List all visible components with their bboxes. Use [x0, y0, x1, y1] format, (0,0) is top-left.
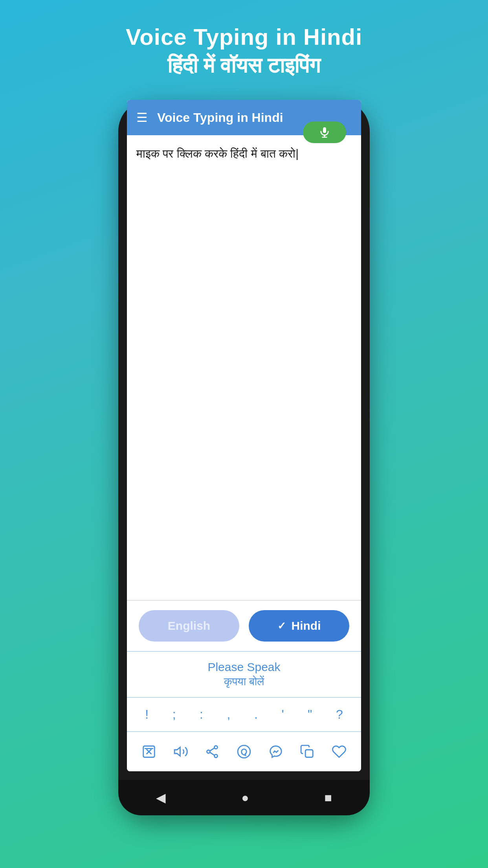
svg-rect-0 — [323, 127, 326, 133]
messenger-button[interactable] — [264, 740, 288, 763]
page-title-hindi: हिंदी में वॉयस टाइपिंग — [126, 53, 362, 78]
punct-quote[interactable]: " — [305, 706, 315, 723]
phone-screen: ☰ Voice Typing in Hindi माइक पर क्लिक कर… — [127, 100, 361, 771]
checkmark-icon: ✓ — [277, 620, 286, 632]
whatsapp-button[interactable] — [232, 740, 256, 763]
copy-icon — [300, 744, 315, 759]
favorite-button[interactable] — [327, 740, 351, 763]
svg-point-10 — [215, 754, 218, 758]
english-button[interactable]: English — [139, 610, 239, 642]
mic-button[interactable] — [303, 121, 346, 143]
svg-point-13 — [238, 745, 250, 758]
please-speak-english: Please Speak — [133, 660, 355, 674]
bottom-navigation: ◀ ● ■ — [118, 780, 370, 815]
heart-icon — [332, 744, 347, 759]
volume-button[interactable] — [169, 740, 193, 763]
typed-text: माइक पर क्लिक करके हिंदी में बात करो| — [136, 147, 299, 160]
volume-icon — [173, 744, 188, 759]
phone-shell: ☰ Voice Typing in Hindi माइक पर क्लिक कर… — [118, 100, 370, 815]
hindi-button[interactable]: ✓ Hindi — [249, 610, 349, 642]
punct-colon[interactable]: : — [196, 706, 206, 723]
svg-point-9 — [207, 750, 210, 753]
punct-period[interactable]: . — [251, 706, 261, 723]
svg-point-8 — [215, 746, 218, 749]
punct-apostrophe[interactable]: ' — [278, 706, 287, 723]
svg-line-11 — [210, 748, 215, 751]
language-selector: English ✓ Hindi — [127, 601, 361, 652]
punct-question[interactable]: ? — [333, 706, 346, 723]
home-button[interactable]: ● — [241, 791, 249, 805]
recent-button[interactable]: ■ — [325, 791, 332, 805]
delete-icon — [141, 744, 156, 759]
hamburger-icon[interactable]: ☰ — [136, 110, 148, 125]
mic-icon — [318, 126, 331, 139]
copy-button[interactable] — [295, 740, 319, 763]
text-input-area[interactable]: माइक पर क्लिक करके हिंदी में बात करो| — [127, 135, 361, 601]
svg-line-12 — [210, 752, 215, 756]
punct-semicolon[interactable]: ; — [169, 706, 179, 723]
whatsapp-icon — [237, 744, 251, 759]
punctuation-row: ! ; : , . ' " ? — [127, 698, 361, 732]
messenger-icon — [268, 744, 283, 759]
please-speak-hindi: कृपया बोलें — [133, 675, 355, 688]
back-button[interactable]: ◀ — [156, 790, 166, 805]
punct-comma[interactable]: , — [224, 706, 234, 723]
share-icon — [205, 744, 220, 759]
svg-rect-14 — [305, 750, 313, 757]
page-title-english: Voice Typing in Hindi — [126, 24, 362, 50]
hindi-button-label: Hindi — [292, 619, 321, 633]
page-header: Voice Typing in Hindi हिंदी में वॉयस टाइ… — [126, 24, 362, 78]
punct-exclamation[interactable]: ! — [142, 706, 152, 723]
app-bar-title: Voice Typing in Hindi — [157, 110, 283, 125]
action-bar — [127, 732, 361, 771]
svg-marker-7 — [174, 747, 180, 756]
please-speak-section: Please Speak कृपया बोलें — [127, 652, 361, 698]
share-button[interactable] — [200, 740, 224, 763]
delete-button[interactable] — [137, 740, 161, 763]
